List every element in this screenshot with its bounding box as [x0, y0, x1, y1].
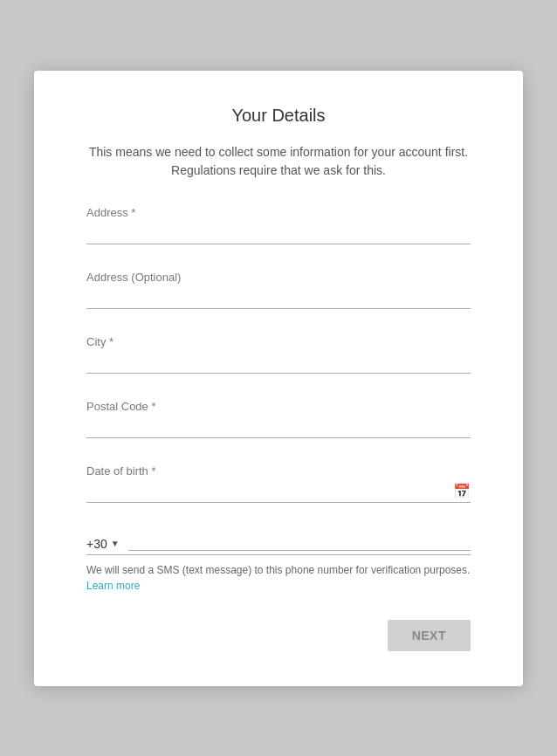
- modal-description: This means we need to collect some infor…: [86, 143, 471, 180]
- chevron-down-icon: ▼: [111, 539, 120, 548]
- country-code: +30: [86, 537, 107, 551]
- address-input[interactable]: [86, 223, 471, 244]
- city-input[interactable]: [86, 352, 471, 374]
- phone-country-selector[interactable]: +30 ▼: [86, 537, 120, 551]
- phone-number-input[interactable]: [128, 529, 471, 551]
- postal-code-input[interactable]: [86, 416, 471, 438]
- date-of-birth-field: Date of birth * 📅: [86, 464, 471, 503]
- address-label: Address *: [86, 206, 471, 219]
- phone-field: +30 ▼ We will send a SMS (text message) …: [86, 529, 471, 594]
- postal-code-field: Postal Code *: [86, 400, 471, 438]
- modal-title: Your Details: [86, 106, 471, 126]
- address-field: Address *: [86, 206, 471, 244]
- date-of-birth-label: Date of birth *: [86, 464, 471, 478]
- postal-code-label: Postal Code *: [86, 400, 471, 413]
- your-details-modal: Your Details This means we need to colle…: [34, 71, 523, 686]
- date-of-birth-input[interactable]: [86, 481, 471, 503]
- phone-row: +30 ▼: [86, 529, 471, 555]
- address-optional-field: Address (Optional): [86, 271, 471, 309]
- address-optional-label: Address (Optional): [86, 271, 471, 284]
- modal-footer: NEXT: [86, 620, 471, 651]
- city-field: City *: [86, 335, 471, 374]
- address-optional-input[interactable]: [86, 287, 471, 309]
- next-button[interactable]: NEXT: [388, 620, 471, 651]
- learn-more-link[interactable]: Learn more: [86, 580, 140, 592]
- city-label: City *: [86, 335, 471, 348]
- sms-notice: We will send a SMS (text message) to thi…: [86, 562, 471, 594]
